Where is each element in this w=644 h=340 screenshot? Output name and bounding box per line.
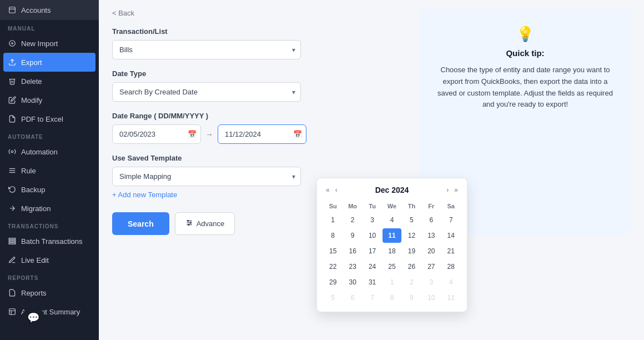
tip-title: Quick tip: bbox=[506, 48, 544, 58]
sidebar-item-delete[interactable]: Delete bbox=[0, 72, 99, 91]
modify-icon bbox=[8, 96, 17, 104]
cal-day[interactable]: 23 bbox=[343, 259, 361, 274]
cal-day-today[interactable]: 11 bbox=[383, 228, 401, 243]
sidebar-item-new-import[interactable]: New Import bbox=[0, 34, 99, 53]
date-range-label: Date Range ( DD/MM/YYYY ) bbox=[112, 112, 409, 120]
sidebar-item-accounts[interactable]: Accounts bbox=[0, 0, 99, 20]
date-type-select[interactable]: Search By Created Date bbox=[112, 82, 301, 102]
cal-day[interactable]: 16 bbox=[343, 244, 361, 258]
cal-day-other[interactable]: 7 bbox=[363, 291, 381, 305]
cal-day-other[interactable]: 3 bbox=[422, 275, 440, 289]
sidebar-item-automation[interactable]: Automation bbox=[0, 142, 99, 161]
cal-day[interactable]: 25 bbox=[383, 259, 401, 274]
reports-icon bbox=[8, 288, 17, 297]
date-type-label: Date Type bbox=[112, 69, 409, 78]
calendar-grid: Su Mo Tu We Th Fr Sa 1 2 3 4 5 6 7 8 bbox=[324, 201, 460, 305]
back-button[interactable]: < Back bbox=[112, 9, 134, 17]
cal-day[interactable]: 5 bbox=[402, 213, 421, 227]
cal-day[interactable]: 7 bbox=[442, 213, 460, 227]
reports-section-label: REPORTS bbox=[0, 269, 99, 283]
cal-day[interactable]: 22 bbox=[324, 259, 342, 274]
cal-prev-month-btn[interactable]: ‹ bbox=[333, 185, 340, 195]
sidebar-item-migration[interactable]: Migration bbox=[0, 199, 99, 218]
cal-day[interactable]: 26 bbox=[402, 259, 421, 274]
date-from-input[interactable] bbox=[112, 124, 201, 144]
cal-day[interactable]: 1 bbox=[324, 213, 342, 227]
cal-header-su: Su bbox=[324, 201, 342, 212]
cal-day[interactable]: 17 bbox=[363, 244, 381, 258]
sidebar-item-rule[interactable]: Rule bbox=[0, 161, 99, 180]
account-summary-icon bbox=[8, 307, 17, 316]
cal-next-month-btn[interactable]: › bbox=[444, 185, 451, 195]
transaction-list-select-wrapper: Bills ▾ bbox=[112, 40, 301, 59]
cal-day[interactable]: 20 bbox=[422, 244, 440, 258]
cal-day-other[interactable]: 4 bbox=[442, 275, 460, 289]
cal-day-other[interactable]: 2 bbox=[402, 275, 421, 289]
cal-day-other[interactable]: 1 bbox=[383, 275, 401, 289]
svg-point-3 bbox=[11, 151, 13, 153]
cal-day[interactable]: 8 bbox=[324, 228, 342, 243]
sidebar-item-pdf-to-excel[interactable]: PDF to Excel bbox=[0, 109, 99, 128]
cal-day[interactable]: 29 bbox=[324, 275, 342, 289]
cal-day-other[interactable]: 6 bbox=[343, 291, 361, 305]
sidebar-item-live-edit[interactable]: Live Edit bbox=[0, 251, 99, 269]
svg-rect-8 bbox=[9, 241, 16, 242]
cal-day[interactable]: 15 bbox=[324, 244, 342, 258]
sidebar-item-backup[interactable]: Backup bbox=[0, 180, 99, 199]
date-type-group: Date Type Search By Created Date ▾ bbox=[112, 69, 409, 102]
date-to-input[interactable] bbox=[218, 124, 306, 144]
cal-day-other[interactable]: 9 bbox=[402, 291, 421, 305]
cal-day[interactable]: 3 bbox=[363, 213, 381, 227]
rule-icon bbox=[8, 166, 17, 175]
sidebar-item-export[interactable]: Export bbox=[3, 53, 95, 72]
date-from-wrap: 📅 bbox=[112, 124, 201, 144]
cal-day[interactable]: 9 bbox=[343, 228, 361, 243]
export-icon bbox=[8, 58, 17, 67]
cal-day[interactable]: 6 bbox=[422, 213, 440, 227]
search-button[interactable]: Search bbox=[112, 212, 169, 235]
cal-day[interactable]: 27 bbox=[422, 259, 440, 274]
sidebar-item-reports[interactable]: Reports bbox=[0, 283, 99, 302]
chat-bubble[interactable]: 💬 bbox=[22, 307, 44, 329]
cal-day[interactable]: 19 bbox=[402, 244, 421, 258]
form-panel: < Back Transaction/List Bills ▾ Date Typ… bbox=[112, 9, 409, 235]
sliders-icon bbox=[185, 219, 193, 228]
template-select[interactable]: Simple Mapping bbox=[112, 167, 301, 186]
cal-day[interactable]: 10 bbox=[363, 228, 381, 243]
cal-day[interactable]: 30 bbox=[343, 275, 361, 289]
manual-section-label: MANUAL bbox=[0, 20, 99, 34]
cal-day[interactable]: 14 bbox=[442, 228, 460, 243]
cal-day[interactable]: 24 bbox=[363, 259, 381, 274]
template-select-wrapper: Simple Mapping ▾ bbox=[112, 167, 301, 186]
date-type-select-wrapper: Search By Created Date ▾ bbox=[112, 82, 301, 102]
cal-day[interactable]: 31 bbox=[363, 275, 381, 289]
cal-day-other[interactable]: 5 bbox=[324, 291, 342, 305]
cal-next-year-btn[interactable]: » bbox=[452, 185, 460, 195]
cal-day[interactable]: 13 bbox=[422, 228, 440, 243]
live-edit-icon bbox=[8, 256, 17, 264]
cal-day[interactable]: 18 bbox=[383, 244, 401, 258]
cal-day[interactable]: 21 bbox=[442, 244, 460, 258]
cal-day[interactable]: 4 bbox=[383, 213, 401, 227]
svg-point-16 bbox=[188, 224, 189, 225]
cal-day-other[interactable]: 11 bbox=[442, 291, 460, 305]
cal-day[interactable]: 12 bbox=[402, 228, 421, 243]
cal-day[interactable]: 2 bbox=[343, 213, 361, 227]
automate-section-label: AUTOMATE bbox=[0, 128, 99, 142]
backup-icon bbox=[8, 185, 17, 194]
cal-nav-right-group: › » bbox=[444, 185, 460, 195]
cal-header-we: We bbox=[383, 201, 401, 212]
sidebar-item-modify[interactable]: Modify bbox=[0, 91, 99, 109]
sidebar-item-batch-transactions[interactable]: Batch Transactions bbox=[0, 232, 99, 251]
transaction-list-select[interactable]: Bills bbox=[112, 40, 301, 59]
sidebar: Accounts MANUAL New Import Export Delete… bbox=[0, 0, 99, 340]
advance-button[interactable]: Advance bbox=[175, 212, 235, 235]
cal-day[interactable]: 28 bbox=[442, 259, 460, 274]
cal-day-other[interactable]: 10 bbox=[422, 291, 440, 305]
accounts-icon bbox=[8, 6, 17, 14]
sidebar-item-account-summary[interactable]: Account Summary bbox=[0, 302, 99, 321]
cal-day-other[interactable]: 8 bbox=[383, 291, 401, 305]
cal-prev-year-btn[interactable]: « bbox=[324, 185, 332, 195]
tip-icon: 💡 bbox=[516, 26, 534, 43]
cal-header-th: Th bbox=[402, 201, 421, 212]
